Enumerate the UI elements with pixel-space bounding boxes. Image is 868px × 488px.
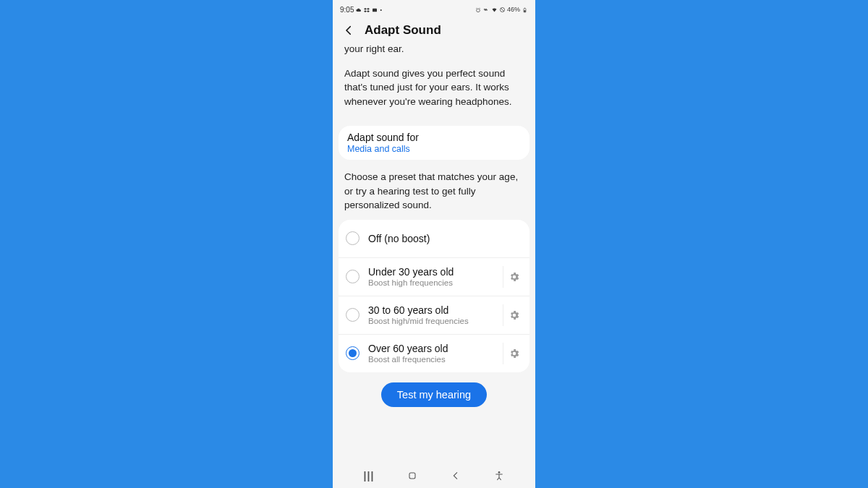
preset-over-60[interactable]: Over 60 years old Boost all frequencies	[339, 334, 529, 372]
cta-wrap: Test my hearing	[333, 381, 535, 411]
preset-sublabel: Boost high frequencies	[368, 278, 500, 287]
page-title: Adapt Sound	[365, 23, 441, 38]
status-right: 46%	[475, 6, 528, 13]
intro-text: your right ear. Adapt sound gives you pe…	[333, 40, 535, 126]
svg-rect-5	[524, 8, 525, 9]
preset-label: Off (no boost)	[368, 233, 525, 244]
svg-rect-0	[373, 9, 377, 12]
svg-rect-6	[409, 473, 415, 479]
svg-rect-4	[524, 10, 525, 12]
preset-sublabel: Boost high/mid frequencies	[368, 317, 500, 325]
intro-partial: your right ear.	[344, 42, 524, 56]
preset-sublabel: Boost all frequencies	[368, 355, 500, 364]
wifi-icon	[491, 7, 497, 12]
accessibility-icon	[493, 470, 505, 481]
nav-accessibility-button[interactable]	[489, 468, 509, 483]
preset-settings-button[interactable]	[503, 266, 525, 288]
svg-point-1	[477, 9, 480, 12]
battery-icon	[522, 7, 528, 12]
setting-value: Media and calls	[347, 144, 521, 154]
no-data-icon	[499, 7, 505, 12]
preset-30-60[interactable]: 30 to 60 years old Boost high/mid freque…	[339, 296, 529, 334]
dropbox-icon	[364, 7, 370, 12]
svg-point-7	[498, 471, 501, 474]
chevron-left-icon	[450, 470, 461, 481]
nav-back-button[interactable]	[446, 468, 466, 483]
back-button[interactable]	[341, 23, 356, 38]
stage: 9:05 • 46% Adapt Sound	[0, 0, 868, 488]
setting-title: Adapt sound for	[347, 132, 521, 143]
radio-icon[interactable]	[346, 231, 359, 245]
scroll-content[interactable]: your right ear. Adapt sound gives you pe…	[333, 40, 535, 463]
preset-label: Over 60 years old	[368, 343, 500, 354]
preset-settings-button[interactable]	[503, 343, 525, 364]
status-bar: 9:05 • 46%	[333, 0, 535, 17]
preset-off[interactable]: Off (no boost)	[339, 220, 529, 257]
choose-preset-text: Choose a preset that matches your age, o…	[333, 167, 535, 220]
cloud-icon	[356, 7, 362, 12]
preset-label: 30 to 60 years old	[368, 304, 500, 316]
android-navbar: |||	[333, 463, 535, 488]
radio-icon[interactable]	[346, 308, 359, 322]
battery-percent: 46%	[507, 6, 520, 13]
alarm-icon	[475, 7, 481, 12]
recents-icon: |||	[364, 470, 375, 481]
intro-paragraph: Adapt sound gives you perfect sound that…	[344, 67, 524, 109]
nav-recents-button[interactable]: |||	[359, 468, 379, 483]
dot-icon: •	[380, 7, 381, 12]
preset-label: Under 30 years old	[368, 266, 500, 278]
status-left: 9:05 •	[340, 6, 382, 14]
adapt-sound-for-row[interactable]: Adapt sound for Media and calls	[339, 126, 529, 160]
radio-icon[interactable]	[346, 270, 359, 283]
preset-under-30[interactable]: Under 30 years old Boost high frequencie…	[339, 257, 529, 296]
vibrate-icon	[483, 7, 489, 12]
nav-home-button[interactable]	[402, 468, 422, 483]
preset-radio-group: Off (no boost) Under 30 years old Boost …	[339, 220, 529, 372]
page-header: Adapt Sound	[333, 17, 535, 40]
status-time: 9:05	[340, 6, 354, 14]
test-my-hearing-button[interactable]: Test my hearing	[381, 382, 487, 407]
image-icon	[372, 7, 378, 12]
preset-settings-button[interactable]	[503, 304, 525, 326]
radio-icon[interactable]	[346, 346, 359, 360]
home-icon	[407, 470, 418, 481]
phone-frame: 9:05 • 46% Adapt Sound	[333, 0, 535, 488]
